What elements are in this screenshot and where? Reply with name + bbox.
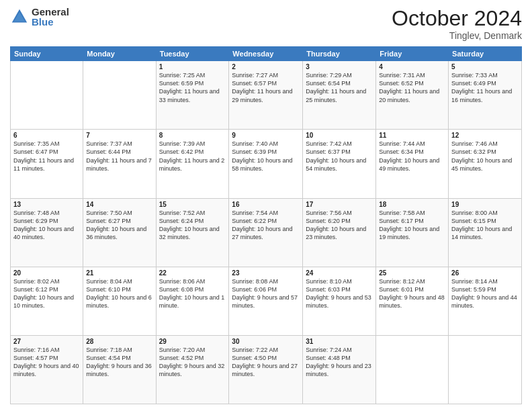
- calendar-cell: 12Sunrise: 7:46 AMSunset: 6:32 PMDayligh…: [449, 130, 522, 198]
- logo-blue-text: Blue: [32, 17, 69, 27]
- cell-day-number: 30: [232, 338, 300, 345]
- calendar-cell: 21Sunrise: 8:04 AMSunset: 6:10 PMDayligh…: [83, 267, 156, 335]
- cell-info: Sunrise: 7:52 AMSunset: 6:24 PMDaylight:…: [159, 209, 226, 242]
- calendar-cell: 10Sunrise: 7:42 AMSunset: 6:37 PMDayligh…: [303, 130, 376, 198]
- logo-text: General Blue: [32, 7, 69, 27]
- calendar-cell: 20Sunrise: 8:02 AMSunset: 6:12 PMDayligh…: [11, 267, 83, 335]
- cell-day-number: 18: [379, 201, 445, 208]
- cell-info: Sunrise: 8:08 AMSunset: 6:06 PMDaylight:…: [232, 277, 300, 310]
- calendar-cell: 24Sunrise: 8:10 AMSunset: 6:03 PMDayligh…: [303, 267, 376, 335]
- calendar-cell: 27Sunrise: 7:16 AMSunset: 4:57 PMDayligh…: [11, 335, 83, 404]
- cell-info: Sunrise: 7:37 AMSunset: 6:44 PMDaylight:…: [86, 140, 152, 173]
- header: General Blue October 2024 Tinglev, Denma…: [10, 7, 522, 41]
- calendar-cell: 28Sunrise: 7:18 AMSunset: 4:54 PMDayligh…: [83, 335, 156, 404]
- cell-info: Sunrise: 8:14 AMSunset: 5:59 PMDaylight:…: [451, 277, 519, 310]
- calendar-header-row: SundayMondayTuesdayWednesdayThursdayFrid…: [11, 47, 522, 61]
- calendar-cell: 3Sunrise: 7:29 AMSunset: 6:54 PMDaylight…: [303, 61, 376, 130]
- cell-day-number: 17: [306, 201, 373, 208]
- cell-info: Sunrise: 7:58 AMSunset: 6:17 PMDaylight:…: [379, 209, 445, 242]
- calendar-week-1: 1Sunrise: 7:25 AMSunset: 6:59 PMDaylight…: [11, 61, 522, 130]
- calendar-cell: 29Sunrise: 7:20 AMSunset: 4:52 PMDayligh…: [156, 335, 229, 404]
- cell-day-number: 19: [451, 201, 519, 208]
- page: General Blue October 2024 Tinglev, Denma…: [0, 0, 532, 411]
- cell-day-number: 2: [232, 63, 300, 71]
- calendar-cell: 2Sunrise: 7:27 AMSunset: 6:57 PMDaylight…: [229, 61, 303, 130]
- cell-day-number: 6: [13, 132, 80, 139]
- cell-info: Sunrise: 7:40 AMSunset: 6:39 PMDaylight:…: [232, 140, 300, 173]
- cell-info: Sunrise: 7:29 AMSunset: 6:54 PMDaylight:…: [306, 71, 373, 104]
- cell-day-number: 13: [13, 201, 80, 208]
- cell-info: Sunrise: 7:56 AMSunset: 6:20 PMDaylight:…: [306, 209, 373, 242]
- calendar-cell: [83, 61, 156, 130]
- cell-info: Sunrise: 7:27 AMSunset: 6:57 PMDaylight:…: [232, 71, 300, 104]
- cell-day-number: 4: [379, 63, 445, 71]
- cell-day-number: 7: [86, 132, 152, 139]
- calendar-cell: 19Sunrise: 8:00 AMSunset: 6:15 PMDayligh…: [449, 198, 522, 267]
- cell-day-number: 9: [232, 132, 300, 139]
- cell-day-number: 1: [159, 63, 226, 71]
- cell-day-number: 24: [306, 269, 373, 277]
- calendar-cell: [449, 335, 522, 404]
- calendar-cell: [11, 61, 83, 130]
- cell-info: Sunrise: 7:39 AMSunset: 6:42 PMDaylight:…: [159, 140, 226, 173]
- calendar-cell: 13Sunrise: 7:48 AMSunset: 6:29 PMDayligh…: [11, 198, 83, 267]
- cell-day-number: 22: [159, 269, 226, 277]
- calendar-week-5: 27Sunrise: 7:16 AMSunset: 4:57 PMDayligh…: [11, 335, 522, 404]
- month-title: October 2024: [392, 7, 522, 30]
- cell-day-number: 15: [159, 201, 226, 208]
- cell-day-number: 21: [86, 269, 152, 277]
- day-of-week-friday: Friday: [376, 47, 449, 61]
- cell-info: Sunrise: 8:00 AMSunset: 6:15 PMDaylight:…: [451, 209, 519, 242]
- cell-info: Sunrise: 7:24 AMSunset: 4:48 PMDaylight:…: [306, 346, 373, 379]
- calendar-cell: 1Sunrise: 7:25 AMSunset: 6:59 PMDaylight…: [156, 61, 229, 130]
- cell-day-number: 28: [86, 338, 152, 345]
- calendar-cell: 9Sunrise: 7:40 AMSunset: 6:39 PMDaylight…: [229, 130, 303, 198]
- calendar-cell: 18Sunrise: 7:58 AMSunset: 6:17 PMDayligh…: [376, 198, 449, 267]
- calendar-cell: 4Sunrise: 7:31 AMSunset: 6:52 PMDaylight…: [376, 61, 449, 130]
- day-of-week-wednesday: Wednesday: [229, 47, 303, 61]
- cell-info: Sunrise: 8:02 AMSunset: 6:12 PMDaylight:…: [13, 277, 80, 310]
- cell-info: Sunrise: 7:22 AMSunset: 4:50 PMDaylight:…: [232, 346, 300, 379]
- calendar-cell: [376, 335, 449, 404]
- cell-day-number: 11: [379, 132, 445, 139]
- day-of-week-monday: Monday: [83, 47, 156, 61]
- day-of-week-thursday: Thursday: [303, 47, 376, 61]
- cell-info: Sunrise: 7:16 AMSunset: 4:57 PMDaylight:…: [13, 346, 80, 379]
- logo: General Blue: [10, 7, 69, 27]
- cell-info: Sunrise: 7:31 AMSunset: 6:52 PMDaylight:…: [379, 71, 445, 104]
- calendar-cell: 7Sunrise: 7:37 AMSunset: 6:44 PMDaylight…: [83, 130, 156, 198]
- cell-day-number: 8: [159, 132, 226, 139]
- title-block: October 2024 Tinglev, Denmark: [392, 7, 522, 41]
- cell-day-number: 20: [13, 269, 80, 277]
- logo-general-text: General: [32, 7, 69, 17]
- cell-day-number: 10: [306, 132, 373, 139]
- cell-info: Sunrise: 7:33 AMSunset: 6:49 PMDaylight:…: [451, 71, 519, 104]
- location-subtitle: Tinglev, Denmark: [392, 30, 522, 41]
- logo-icon: [10, 7, 29, 26]
- cell-info: Sunrise: 7:54 AMSunset: 6:22 PMDaylight:…: [232, 209, 300, 242]
- cell-info: Sunrise: 7:18 AMSunset: 4:54 PMDaylight:…: [86, 346, 152, 379]
- calendar-table: SundayMondayTuesdayWednesdayThursdayFrid…: [10, 46, 522, 404]
- cell-day-number: 27: [13, 338, 80, 345]
- cell-info: Sunrise: 7:25 AMSunset: 6:59 PMDaylight:…: [159, 71, 226, 104]
- cell-day-number: 12: [451, 132, 519, 139]
- calendar-week-3: 13Sunrise: 7:48 AMSunset: 6:29 PMDayligh…: [11, 198, 522, 267]
- cell-day-number: 25: [379, 269, 445, 277]
- cell-day-number: 14: [86, 201, 152, 208]
- calendar-cell: 6Sunrise: 7:35 AMSunset: 6:47 PMDaylight…: [11, 130, 83, 198]
- calendar-cell: 16Sunrise: 7:54 AMSunset: 6:22 PMDayligh…: [229, 198, 303, 267]
- calendar-cell: 26Sunrise: 8:14 AMSunset: 5:59 PMDayligh…: [449, 267, 522, 335]
- cell-info: Sunrise: 8:06 AMSunset: 6:08 PMDaylight:…: [159, 277, 226, 310]
- cell-day-number: 3: [306, 63, 373, 71]
- calendar-cell: 5Sunrise: 7:33 AMSunset: 6:49 PMDaylight…: [449, 61, 522, 130]
- calendar-cell: 23Sunrise: 8:08 AMSunset: 6:06 PMDayligh…: [229, 267, 303, 335]
- day-of-week-tuesday: Tuesday: [156, 47, 229, 61]
- cell-info: Sunrise: 8:04 AMSunset: 6:10 PMDaylight:…: [86, 277, 152, 310]
- day-of-week-saturday: Saturday: [449, 47, 522, 61]
- calendar-week-2: 6Sunrise: 7:35 AMSunset: 6:47 PMDaylight…: [11, 130, 522, 198]
- calendar-cell: 8Sunrise: 7:39 AMSunset: 6:42 PMDaylight…: [156, 130, 229, 198]
- cell-day-number: 16: [232, 201, 300, 208]
- calendar-cell: 25Sunrise: 8:12 AMSunset: 6:01 PMDayligh…: [376, 267, 449, 335]
- cell-info: Sunrise: 7:44 AMSunset: 6:34 PMDaylight:…: [379, 140, 445, 173]
- calendar-cell: 11Sunrise: 7:44 AMSunset: 6:34 PMDayligh…: [376, 130, 449, 198]
